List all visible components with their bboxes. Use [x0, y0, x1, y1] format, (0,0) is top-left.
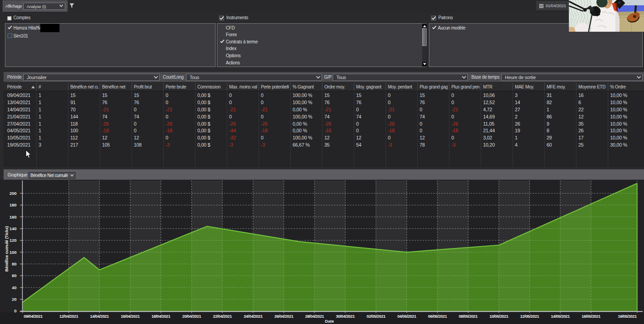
- svg-text:Bénéfice cumulé (Ticks): Bénéfice cumulé (Ticks): [4, 226, 9, 272]
- svg-text:20/04/2021: 20/04/2021: [182, 314, 201, 319]
- svg-text:12/05/2021: 12/05/2021: [520, 314, 539, 319]
- svg-text:30/04/2021: 30/04/2021: [336, 314, 355, 319]
- svg-text:14/05/2021: 14/05/2021: [551, 314, 570, 319]
- svg-text:180: 180: [9, 202, 17, 207]
- svg-text:24/04/2021: 24/04/2021: [244, 314, 263, 319]
- svg-text:140: 140: [9, 226, 17, 231]
- svg-text:06/05/2021: 06/05/2021: [428, 314, 447, 319]
- svg-text:Date: Date: [325, 319, 334, 324]
- svg-text:22/04/2021: 22/04/2021: [213, 314, 232, 319]
- svg-text:40: 40: [12, 285, 17, 290]
- svg-text:100: 100: [9, 250, 17, 255]
- svg-text:80: 80: [12, 261, 17, 266]
- svg-text:19/05/2021: 19/05/2021: [618, 314, 636, 319]
- svg-text:26/04/2021: 26/04/2021: [275, 314, 293, 319]
- svg-text:28/04/2021: 28/04/2021: [305, 314, 324, 319]
- svg-text:200: 200: [9, 191, 17, 196]
- svg-text:08/05/2021: 08/05/2021: [459, 314, 478, 319]
- svg-text:60: 60: [12, 273, 17, 278]
- svg-text:02/05/2021: 02/05/2021: [367, 314, 386, 319]
- svg-text:10/05/2021: 10/05/2021: [489, 314, 508, 319]
- svg-text:09/04/2021: 09/04/2021: [24, 314, 42, 319]
- svg-text:18/04/2021: 18/04/2021: [152, 314, 170, 319]
- svg-text:16/04/2021: 16/04/2021: [121, 314, 140, 319]
- svg-text:0: 0: [14, 308, 17, 313]
- svg-text:16/05/2021: 16/05/2021: [581, 314, 600, 319]
- svg-text:14/04/2021: 14/04/2021: [90, 314, 109, 319]
- svg-text:120: 120: [9, 238, 17, 243]
- svg-text:160: 160: [9, 215, 17, 219]
- svg-text:20: 20: [12, 297, 17, 302]
- svg-text:12/04/2021: 12/04/2021: [59, 314, 78, 319]
- svg-text:04/05/2021: 04/05/2021: [397, 314, 416, 319]
